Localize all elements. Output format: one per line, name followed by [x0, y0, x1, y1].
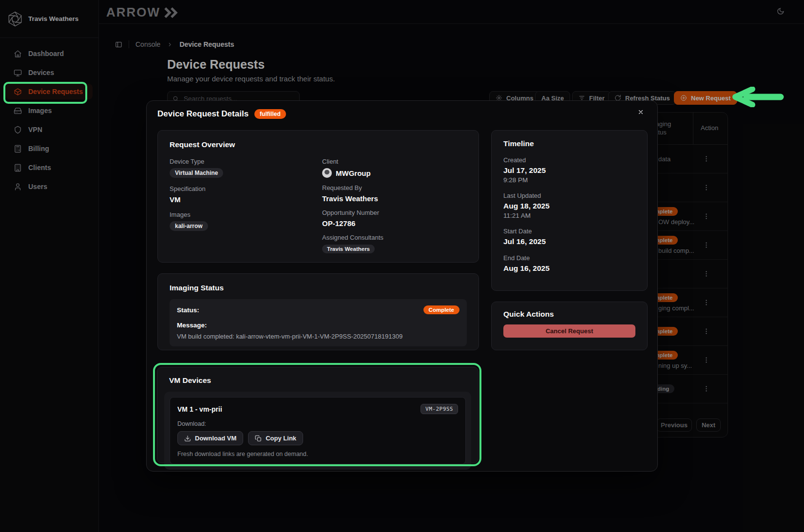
request-overview-card: Request Overview Device Type Virtual Mac…	[157, 130, 479, 263]
vm-devices-heading: VM Devices	[169, 376, 471, 385]
download-label: Download:	[177, 420, 458, 427]
complete-badge: Complete	[423, 305, 459, 314]
client-value: MWGroup	[336, 169, 371, 177]
modal-title: Device Request Details	[157, 109, 249, 119]
specification-value: VM	[170, 195, 314, 204]
vm-devices-panel: VM 1 - vm-prii VM-2P9SS Download: Downlo…	[164, 392, 471, 470]
copy-link-label: Copy Link	[266, 435, 296, 442]
timeline-entry: Start Date Jul 16, 2025	[503, 228, 635, 246]
timeline-label: Last Updated	[503, 192, 635, 199]
status-label: Status:	[177, 306, 199, 314]
timeline-time: 9:28 PM	[503, 176, 635, 184]
timeline-label: Start Date	[503, 228, 635, 235]
opportunity-number-label: Opportunity Number	[322, 209, 467, 216]
timeline-date: Aug 16, 2025	[503, 264, 635, 273]
quick-actions-card: Quick Actions Cancel Request	[491, 302, 648, 350]
device-type-chip: Virtual Machine	[170, 168, 223, 178]
vm-device-code-badge: VM-2P9SS	[421, 404, 458, 414]
download-icon	[184, 435, 191, 442]
timeline-label: End Date	[503, 254, 635, 262]
timeline-time: 11:21 AM	[503, 212, 635, 219]
imaging-status-card: Imaging Status Status: Complete Message:…	[157, 273, 479, 350]
imaging-status-panel: Status: Complete Message: VM build compl…	[170, 299, 467, 346]
images-label: Images	[170, 211, 314, 218]
app-screen: Travis Weathers Dashboard Devices Device…	[0, 0, 804, 532]
download-vm-label: Download VM	[195, 435, 236, 442]
consultant-chip: Travis Weathers	[322, 245, 375, 253]
device-type-label: Device Type	[170, 158, 314, 165]
device-request-details-modal: Device Request Details fulfilled Request…	[146, 100, 658, 472]
client-avatar	[322, 168, 332, 178]
timeline-card: Timeline Created Jul 17, 2025 9:28 PM La…	[491, 130, 648, 291]
vm-devices-card: VM Devices VM 1 - vm-prii VM-2P9SS Downl…	[157, 367, 479, 463]
timeline-heading: Timeline	[503, 139, 635, 148]
fulfilled-badge: fulfilled	[254, 109, 286, 119]
client-label: Client	[322, 158, 467, 165]
requested-by-label: Requested By	[322, 184, 467, 191]
timeline-date: Aug 18, 2025	[503, 202, 635, 210]
requested-by-value: Travis Weathers	[322, 194, 467, 203]
image-chip: kali-arrow	[170, 221, 208, 231]
timeline-entry: Last Updated Aug 18, 2025 11:21 AM	[503, 192, 635, 219]
opportunity-number-value: OP-12786	[322, 219, 467, 228]
assigned-consultants-label: Assigned Consultants	[322, 234, 467, 241]
timeline-label: Created	[503, 156, 635, 164]
download-vm-button[interactable]: Download VM	[177, 431, 243, 445]
request-overview-heading: Request Overview	[170, 140, 467, 149]
copy-link-button[interactable]: Copy Link	[248, 431, 303, 445]
timeline-date: Jul 17, 2025	[503, 166, 635, 175]
message-label: Message:	[177, 322, 459, 329]
cancel-request-button[interactable]: Cancel Request	[503, 324, 635, 338]
timeline-date: Jul 16, 2025	[503, 237, 635, 246]
close-icon[interactable]	[636, 107, 646, 117]
vm-device-name: VM 1 - vm-prii	[177, 405, 222, 413]
specification-label: Specification	[170, 185, 314, 192]
quick-actions-heading: Quick Actions	[503, 310, 635, 319]
download-note: Fresh download links are generated on de…	[177, 451, 458, 457]
vm-device-item: VM 1 - vm-prii VM-2P9SS Download: Downlo…	[170, 397, 466, 464]
timeline-entry: End Date Aug 16, 2025	[503, 254, 635, 273]
copy-icon	[255, 435, 262, 442]
imaging-status-heading: Imaging Status	[170, 284, 467, 292]
message-text: VM build completed: kali-arrow-vtem-vm-p…	[177, 333, 459, 340]
timeline-entry: Created Jul 17, 2025 9:28 PM	[503, 156, 635, 184]
